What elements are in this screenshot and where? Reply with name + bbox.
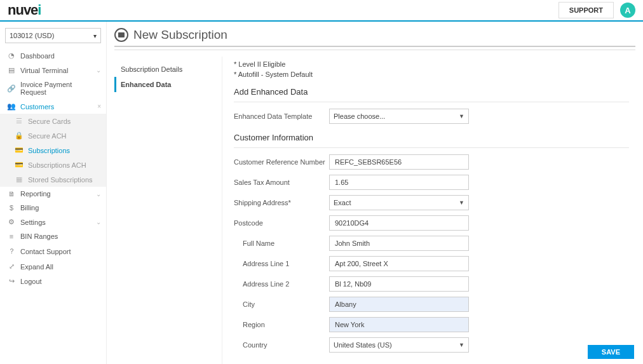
nav-label: Billing: [20, 204, 39, 212]
question-icon: ？: [6, 246, 17, 256]
chevron-down-icon: ⌄: [96, 191, 101, 198]
account-selector[interactable]: 103012 (USD) ▾: [5, 28, 101, 43]
input-postcode[interactable]: [329, 215, 469, 231]
nav-label: Dashboard: [20, 52, 55, 60]
subscription-icon: [114, 28, 128, 42]
label-sales-tax: Sales Tax Amount: [234, 179, 329, 186]
card-icon: ☰: [14, 117, 24, 125]
nav-label: Invoice Payment Request: [20, 81, 100, 96]
billing-icon: $: [6, 204, 17, 212]
note-autofill: * Autofill - System Default: [234, 71, 629, 78]
nav-label: Logout: [20, 278, 42, 285]
expand-icon: ⤢: [6, 262, 17, 271]
caret-down-icon: ▾: [93, 32, 97, 39]
nav-customers[interactable]: 👥 Customers ×: [0, 99, 106, 114]
caret-down-icon: ▼: [459, 199, 464, 206]
nav-virtual-terminal[interactable]: ▤ Virtual Terminal ⌄: [0, 63, 106, 78]
select-template-value: Please choose...: [334, 112, 385, 120]
label-full-name: Full Name: [234, 239, 329, 247]
nav-label: BIN Ranges: [20, 233, 58, 240]
label-city: City: [234, 300, 329, 308]
card-icon: 💳: [14, 161, 24, 169]
nav-label: Settings: [20, 219, 46, 226]
tab-subscription-details[interactable]: Subscription Details: [114, 62, 222, 77]
nav-settings[interactable]: ⚙ Settings ⌄: [0, 215, 106, 229]
select-shipping[interactable]: Exact ▼: [329, 195, 469, 210]
section-customer-info: Customer Information: [234, 133, 629, 142]
nav-label: Reporting: [20, 190, 51, 198]
account-selector-label: 103012 (USD): [10, 32, 54, 39]
archive-icon: ▦: [14, 175, 24, 184]
nav-label: Virtual Terminal: [20, 67, 68, 74]
nav-logout[interactable]: ↪ Logout: [0, 274, 106, 288]
label-template: Enhanced Data Template: [234, 112, 329, 120]
input-sales-tax[interactable]: [329, 175, 469, 190]
label-region: Region: [234, 321, 329, 328]
input-cust-ref[interactable]: [329, 154, 469, 170]
chevron-down-icon: ⌄: [96, 67, 101, 74]
users-icon: 👥: [6, 102, 17, 111]
link-icon: 🔗: [6, 84, 17, 93]
nav-dashboard[interactable]: ◔ Dashboard: [0, 48, 106, 63]
caret-down-icon: ▼: [459, 342, 464, 348]
close-icon[interactable]: ×: [97, 103, 101, 110]
nav-label: Stored Subscriptions: [28, 176, 93, 184]
reporting-icon: 🗎: [6, 190, 17, 198]
nav-secure-cards[interactable]: ☰ Secure Cards: [0, 114, 106, 128]
nav-label: Customers: [20, 103, 54, 111]
terminal-icon: ▤: [6, 66, 17, 74]
label-cust-ref: Customer Reference Number: [234, 158, 329, 166]
nav-label: Secure Cards: [28, 118, 71, 125]
select-template[interactable]: Please choose... ▼: [329, 109, 469, 124]
tab-enhanced-data[interactable]: Enhanced Data: [114, 77, 222, 92]
select-country[interactable]: United States (US) ▼: [329, 337, 469, 353]
input-region[interactable]: [329, 317, 469, 332]
logo: nuvei: [8, 2, 41, 18]
caret-down-icon: ▼: [459, 113, 464, 119]
nav-billing[interactable]: $ Billing: [0, 201, 106, 215]
nav-expand-all[interactable]: ⤢ Expand All: [0, 259, 106, 274]
label-country: Country: [234, 341, 329, 349]
nav-subscriptions-ach[interactable]: 💳 Subscriptions ACH: [0, 158, 106, 172]
nav-label: Expand All: [20, 263, 53, 271]
nav-stored-subscriptions[interactable]: ▦ Stored Subscriptions: [0, 172, 106, 187]
nav-label: Subscriptions: [28, 147, 70, 154]
input-addr1[interactable]: [329, 256, 469, 271]
input-city[interactable]: [329, 297, 469, 312]
lock-icon: 🔒: [14, 131, 24, 140]
input-full-name[interactable]: [329, 236, 469, 251]
support-button[interactable]: SUPPORT: [558, 2, 614, 18]
nav-label: Secure ACH: [28, 132, 67, 140]
logout-icon: ↪: [6, 277, 17, 285]
note-level2: * Level II Eligible: [234, 60, 629, 68]
label-shipping: Shipping Address*: [234, 199, 329, 206]
nav-subscriptions[interactable]: 💳 Subscriptions: [0, 143, 106, 158]
nav-reporting[interactable]: 🗎 Reporting ⌄: [0, 187, 106, 201]
nav-contact-support[interactable]: ？ Contact Support: [0, 243, 106, 259]
page-title: New Subscription: [133, 28, 227, 42]
gear-icon: ⚙: [6, 218, 17, 226]
nav-secure-ach[interactable]: 🔒 Secure ACH: [0, 128, 106, 143]
label-postcode: Postcode: [234, 219, 329, 227]
card-icon: 💳: [14, 146, 24, 154]
save-button[interactable]: SAVE: [588, 345, 634, 359]
list-icon: ≡: [6, 233, 17, 240]
label-addr2: Address Line 2: [234, 280, 329, 288]
label-addr1: Address Line 1: [234, 260, 329, 267]
input-addr2[interactable]: [329, 276, 469, 292]
nav-label: Subscriptions ACH: [28, 161, 86, 169]
nav-bin-ranges[interactable]: ≡ BIN Ranges: [0, 229, 106, 243]
chevron-down-icon: ⌄: [96, 219, 101, 226]
avatar[interactable]: A: [620, 3, 635, 18]
nav-label: Contact Support: [20, 248, 71, 255]
section-add-enhanced: Add Enhanced Data: [234, 87, 629, 97]
dashboard-icon: ◔: [6, 51, 17, 60]
select-shipping-value: Exact: [334, 199, 351, 206]
select-country-value: United States (US): [334, 341, 392, 349]
nav-invoice-payment[interactable]: 🔗 Invoice Payment Request: [0, 78, 106, 99]
